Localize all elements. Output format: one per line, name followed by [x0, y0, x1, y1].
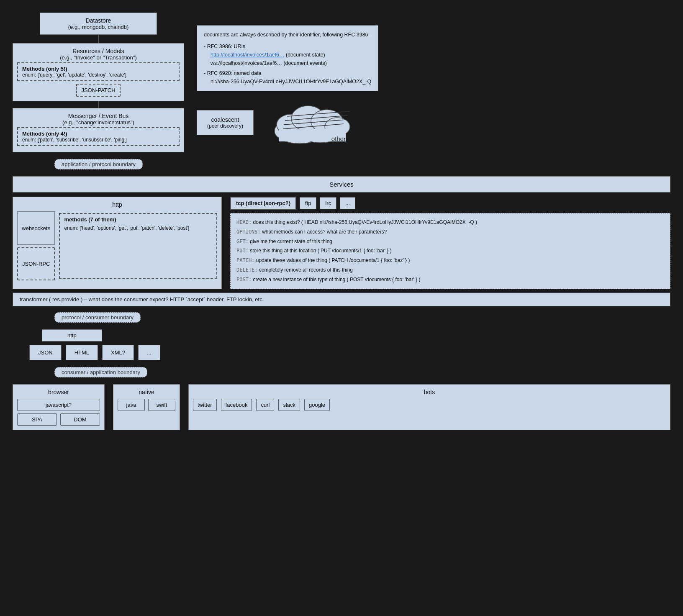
java-label: java — [126, 402, 136, 408]
xml-format-box: XML? — [102, 345, 134, 360]
resources-methods-enum: enum: ['query', 'get', 'update', 'destro… — [22, 72, 175, 78]
facebook-box: facebook — [221, 399, 252, 411]
tcp-ellipsis: ... — [340, 197, 355, 209]
app-protocol-boundary-row: application / protocol boundary — [54, 156, 670, 173]
get-key: GET: — [236, 239, 249, 244]
json-rpc-box: JSON-RPC — [17, 247, 55, 280]
patch-desc: update these values of the thing ( PATCH… — [256, 257, 410, 263]
datastore-box: Datastore (e.g., mongodb, chaindb) — [40, 13, 157, 35]
tcp-label: tcp (direct json-rpc?) — [230, 197, 296, 210]
bots-row: twitter facebook curl slack google — [193, 399, 666, 411]
info-line3-suffix: (document state) — [285, 52, 325, 58]
messenger-title: Messenger / Event Bus — [17, 113, 180, 119]
json-patch-box: JSON-PATCH — [76, 84, 120, 97]
slack-label: slack — [283, 402, 295, 408]
services-bar: Services — [13, 176, 670, 192]
java-box: java — [118, 399, 145, 411]
patch-key: PATCH: — [236, 257, 254, 263]
options-key: OPTIONS: — [236, 229, 261, 235]
info-line1: documents are always described by their … — [204, 31, 371, 39]
others-label: others... — [331, 135, 354, 142]
websockets-box: websockets — [17, 211, 55, 245]
consumer-app-boundary: consumer / application boundary — [54, 367, 147, 377]
put-desc: store this thing at this location ( PUT … — [250, 248, 392, 254]
messenger-methods-enum: enum: ['patch', 'subscribe', 'unsubscrib… — [22, 137, 175, 143]
info-box: documents are always described by their … — [197, 25, 378, 91]
browser-title: browser — [17, 389, 100, 395]
messenger-methods-label: Methods (only 4!) — [22, 131, 175, 137]
datastore-subtitle: (e.g., mongodb, chaindb) — [44, 24, 152, 30]
transformer-label: transformer ( res.provide ) – what does … — [20, 296, 264, 303]
transformer-box: transformer ( res.provide ) – what does … — [13, 293, 670, 306]
slack-box: slack — [278, 399, 300, 411]
resources-subtitle: (e.g., "Invoice" or "Transaction") — [17, 54, 180, 61]
curl-label: curl — [261, 402, 270, 408]
dom-box: DOM — [60, 413, 100, 426]
js-box: javascript? — [17, 399, 100, 411]
messenger-subtitle: (e.g., "change:invoice:status") — [17, 119, 180, 126]
swift-label: swift — [157, 402, 167, 408]
post-key: POST: — [236, 277, 252, 282]
dom-label: DOM — [74, 416, 86, 423]
consumer-http-label: http — [67, 332, 77, 339]
bottom-section: browser javascript? SPA DOM native java — [13, 384, 670, 430]
info-line5: - RFC 6920: named data — [204, 69, 371, 77]
spa-box: SPA — [17, 413, 57, 426]
head-desc: does this thing exist? ( HEAD ni:///sha-… — [253, 219, 477, 225]
google-label: google — [309, 402, 325, 408]
format-ellipsis-box: ... — [138, 345, 160, 360]
main-diagram: Datastore (e.g., mongodb, chaindb) Resou… — [8, 8, 675, 434]
coalescent-box: coalescent (peer discovery) — [197, 110, 254, 135]
app-protocol-boundary: application / protocol boundary — [54, 159, 143, 169]
tcp-section: tcp (direct json-rpc?) ftp irc ... HEAD:… — [230, 197, 670, 289]
consumer-http-box: http — [42, 329, 102, 341]
resources-methods-label: Methods (only 5!) — [22, 66, 175, 72]
format-ellipsis: ... — [147, 349, 151, 356]
delete-desc: completely remove all records of this th… — [259, 267, 353, 273]
protocols-section: http websockets JSON-RPC methods (7 of t… — [13, 197, 670, 289]
get-desc: give me the current state of this thing — [250, 239, 332, 244]
options-desc: what methods can I access? what are thei… — [262, 229, 387, 235]
post-desc: create a new instance of this type of th… — [253, 277, 420, 282]
swift-box: swift — [148, 399, 175, 411]
bots-section: bots twitter facebook curl slack google — [188, 384, 670, 430]
resources-section: Resources / Models (e.g., "Invoice" or "… — [13, 43, 184, 101]
facebook-label: facebook — [226, 402, 248, 408]
bots-title: bots — [193, 389, 666, 395]
resources-title: Resources / Models — [17, 48, 180, 54]
put-key: PUT: — [236, 248, 249, 254]
json-rpc-label: JSON-RPC — [22, 261, 50, 267]
delete-key: DELETE: — [236, 267, 258, 273]
protocol-consumer-boundary: protocol / consumer boundary — [54, 312, 141, 323]
html-label: HTML — [74, 349, 89, 356]
browser-section: browser javascript? SPA DOM — [13, 384, 105, 430]
info-line6: ni:///sha-256;UyaQV-Ev4rdLoHyJJWCi11OHfr… — [211, 77, 371, 86]
consumer-http-section: http JSON HTML XML? ... — [29, 329, 670, 360]
messenger-section: Messenger / Event Bus (e.g., "change:inv… — [13, 108, 184, 152]
coalescent-title: coalescent — [207, 116, 243, 123]
consumer-app-boundary-row: consumer / application boundary — [54, 364, 670, 381]
tcp-methods-table: HEAD: does this thing exist? ( HEAD ni:/… — [230, 213, 670, 289]
http-methods-enum: enum: ['head', 'options', 'get', 'put', … — [64, 225, 212, 231]
info-line3-link[interactable]: http://localhost/invoices/1aef6… — [211, 52, 285, 58]
json-format-box: JSON — [29, 345, 62, 360]
http-title: http — [17, 201, 217, 208]
protocol-consumer-boundary-row: protocol / consumer boundary — [54, 309, 670, 326]
curl-box: curl — [256, 399, 274, 411]
datastore-title: Datastore — [44, 17, 152, 24]
twitter-label: twitter — [198, 402, 212, 408]
js-label: javascript? — [46, 402, 72, 408]
resources-methods-box: Methods (only 5!) enum: ['query', 'get',… — [17, 62, 180, 81]
format-boxes-row: JSON HTML XML? ... — [29, 345, 670, 360]
html-format-box: HTML — [66, 345, 98, 360]
irc-label: irc — [320, 197, 336, 209]
native-section: native java swift — [113, 384, 180, 430]
info-line4: ws://localhost/invoices/1aef6… (document… — [211, 59, 371, 67]
http-methods-box: methods (7 of them) enum: ['head', 'opti… — [59, 213, 217, 279]
http-section: http websockets JSON-RPC methods (7 of t… — [13, 197, 222, 289]
cloud-container: others... — [266, 100, 358, 146]
websockets-label: websockets — [22, 225, 50, 231]
xml-label: XML? — [111, 349, 125, 356]
http-methods-title: methods (7 of them) — [64, 216, 212, 223]
head-key: HEAD: — [236, 219, 252, 225]
